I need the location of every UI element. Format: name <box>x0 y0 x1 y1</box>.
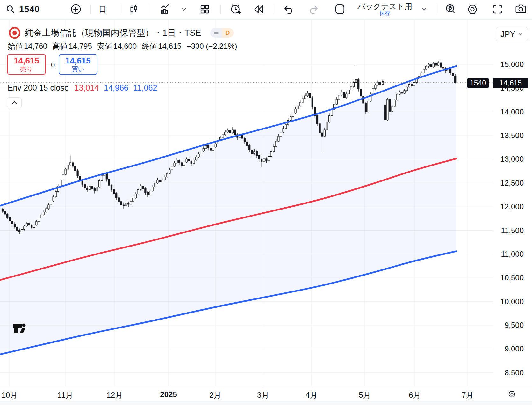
fullscreen-button[interactable] <box>489 0 506 18</box>
indicator-name: Env 200 15 close <box>8 83 69 92</box>
price-axis-tick: 14,000 <box>493 107 532 116</box>
change-value: −330 (−2.21%) <box>187 42 237 50</box>
delayed-data-badge: D <box>222 28 234 38</box>
low-value: 14,600 <box>113 42 137 50</box>
indicators-button[interactable] <box>157 0 173 18</box>
layout-save-box-button[interactable] <box>331 0 349 18</box>
layout-name-label: バックテスト用 <box>357 2 412 11</box>
indicator-basis-value: 13,014 <box>75 83 99 92</box>
alert-add-button[interactable] <box>227 0 245 18</box>
symbol-search-button[interactable]: 1540 <box>6 0 40 18</box>
camera-icon <box>515 4 527 14</box>
toolbar-separator <box>220 5 221 14</box>
last-price-symbol-badge: 1540 <box>467 78 489 88</box>
redo-arrow-icon <box>309 4 319 14</box>
price-axis-tick: 8,500 <box>493 368 532 377</box>
layout-caret-button[interactable] <box>419 0 429 18</box>
spread-value: 0 <box>48 61 57 69</box>
flash-search-icon <box>445 4 456 15</box>
toolbar-symbol: 1540 <box>19 4 40 14</box>
price-axis-tick: 12,500 <box>493 179 532 188</box>
redo-button[interactable] <box>306 0 322 18</box>
layout-name-button[interactable]: バックテスト用 保存 <box>354 0 416 18</box>
instrument-logo <box>9 27 20 39</box>
chart-style-button[interactable] <box>126 0 141 18</box>
pane-separator <box>0 19 532 20</box>
chevron-down-icon <box>421 8 427 11</box>
time-axis-tick: 2月 <box>209 390 221 400</box>
price-axis-tick: 13,000 <box>493 155 532 164</box>
fullscreen-brackets-icon <box>492 4 503 14</box>
badge-price-text: 14,615 <box>500 79 522 87</box>
price-axis-tick: 11,000 <box>493 250 532 259</box>
toolbar-separator <box>274 5 274 14</box>
chart-pane[interactable] <box>0 20 493 386</box>
interval-label: 日 <box>99 4 107 15</box>
price-axis-tick: 10,500 <box>493 273 532 282</box>
hexagon-gear-icon <box>467 4 478 15</box>
price-axis-tick: 13,500 <box>493 131 532 140</box>
axis-settings-icon[interactable] <box>507 390 516 399</box>
chevron-down-icon <box>518 33 523 36</box>
sell-price: 14,615 <box>14 56 39 65</box>
candlestick-icon <box>129 4 139 14</box>
buy-label: 買い <box>72 65 84 73</box>
market-closed-icon <box>210 28 222 38</box>
time-axis-tick: 2025 <box>160 390 177 399</box>
time-axis-tick: 12月 <box>107 390 123 400</box>
indicators-caret-button[interactable] <box>179 0 189 18</box>
indicator-upper-value: 14,966 <box>104 83 128 92</box>
quick-search-button[interactable] <box>442 0 459 18</box>
save-button[interactable]: 保存 <box>379 11 390 16</box>
high-label: 高値 <box>52 42 68 50</box>
price-axis-tick: 10,000 <box>493 297 532 306</box>
plus-circle-icon <box>70 4 81 15</box>
close-label: 終値 <box>142 42 157 50</box>
buy-button[interactable]: 14,615 買い <box>59 54 97 75</box>
screenshot-button[interactable] <box>512 0 529 18</box>
indicator-lower-value: 11,062 <box>133 83 157 92</box>
time-axis-tick: 5月 <box>359 390 370 400</box>
low-label: 安値 <box>97 42 112 50</box>
top-toolbar: 1540 日 バックテスト用 保存 <box>0 0 532 18</box>
time-axis-tick: 10月 <box>2 390 18 400</box>
alarm-plus-icon <box>230 4 241 15</box>
chevron-up-icon <box>11 101 17 105</box>
compare-add-button[interactable] <box>69 0 82 18</box>
layout-grid-button[interactable] <box>197 0 213 18</box>
chart-line-icon <box>160 4 170 15</box>
currency-label: JPY <box>501 30 515 39</box>
replay-button[interactable] <box>250 0 267 18</box>
rewind-icon <box>253 4 264 14</box>
time-axis-tick: 11月 <box>58 390 73 400</box>
tradingview-logo[interactable] <box>12 320 28 334</box>
price-axis-tick: 9,500 <box>493 321 532 330</box>
chevron-down-icon <box>181 8 186 11</box>
sell-button[interactable]: 14,615 売り <box>7 54 46 75</box>
sell-label: 売り <box>20 65 33 73</box>
undo-button[interactable] <box>280 0 296 18</box>
grid-icon <box>200 4 210 14</box>
toolbar-separator <box>150 5 150 14</box>
last-price-value-badge: 14,615 <box>493 78 528 88</box>
open-label: 始値 <box>8 42 23 50</box>
buy-price: 14,615 <box>65 56 91 65</box>
price-axis[interactable]: 15,00014,50014,00013,50013,00012,50012,0… <box>493 20 532 387</box>
interval-button[interactable]: 日 <box>96 0 110 18</box>
toolbar-separator <box>120 5 120 14</box>
symbol-title[interactable]: 純金上場信託（現物国内保管型）・1日・TSE <box>25 27 201 39</box>
time-axis-tick: 3月 <box>257 390 269 400</box>
settings-button[interactable] <box>464 0 481 18</box>
indicator-legend[interactable]: Env 200 15 close13,01414,96611,062 <box>8 83 157 92</box>
collapse-legend-button[interactable] <box>7 97 22 108</box>
undo-arrow-icon <box>283 4 293 14</box>
ohlc-row: 始値14,760高値14,795安値14,600終値14,615−330 (−2… <box>8 41 237 51</box>
toolbar-separator <box>436 5 436 14</box>
search-icon <box>6 4 15 14</box>
time-axis-tick: 7月 <box>462 390 473 400</box>
open-value: 14,760 <box>24 42 47 50</box>
market-status-badge[interactable]: D <box>210 28 234 38</box>
time-axis[interactable]: 10月11月12月20252月3月4月5月6月7月 <box>0 387 532 401</box>
price-axis-tick: 9,000 <box>493 344 532 353</box>
currency-toggle[interactable]: JPY <box>496 27 528 41</box>
